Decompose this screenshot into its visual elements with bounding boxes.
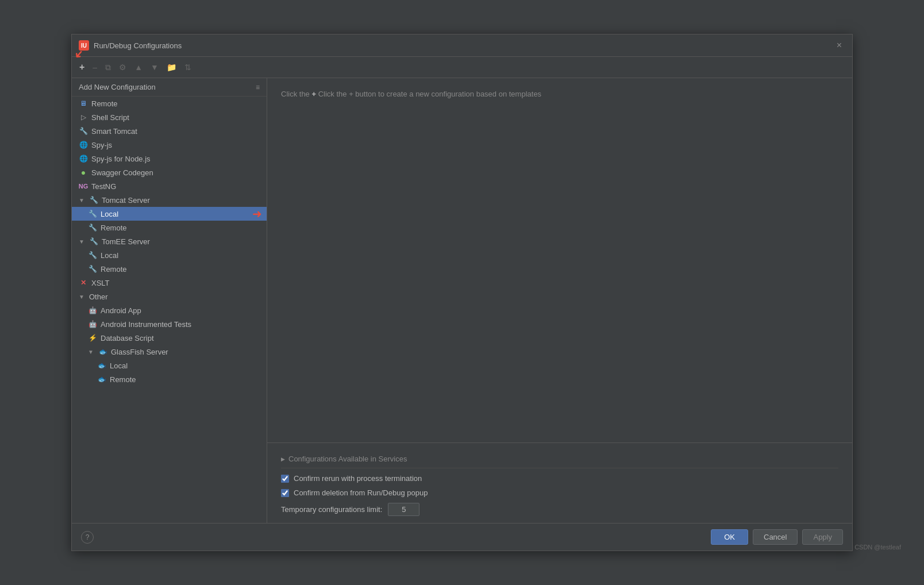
tree-item-label: Spy-js for Node.js (91, 155, 151, 163)
title-bar-left: IU Run/Debug Configurations (79, 40, 182, 51)
database-script-icon: ⚡ (88, 333, 97, 342)
tomcat-expand-icon: ▼ (79, 197, 86, 203)
sort-button[interactable]: ⇅ (182, 61, 194, 74)
tree-item-android-app[interactable]: 🤖 Android App (72, 303, 267, 317)
tree-item-testng[interactable]: NG TestNG (72, 179, 267, 193)
left-panel: Add New Configuration ≡ 🖥 Remote ▷ Shell… (72, 78, 267, 523)
dialog-footer: ? OK Cancel Apply (72, 523, 852, 551)
glassfish-local-icon: 🐟 (97, 361, 106, 370)
close-button[interactable]: × (833, 39, 845, 52)
temp-limit-label: Temporary configurations limit: (281, 505, 382, 514)
tomee-remote-icon: 🔧 (88, 264, 97, 274)
confirm-deletion-checkbox[interactable] (281, 489, 289, 497)
tree-item-xslt[interactable]: ✕ XSLT (72, 276, 267, 290)
app-icon: IU (79, 40, 89, 51)
right-panel: Click the + Click the + button to create… (267, 78, 852, 523)
tree-item-spy-js-node[interactable]: 🌐 Spy-js for Node.js (72, 152, 267, 166)
services-label: Configurations Available in Services (288, 455, 407, 463)
confirm-rerun-label: Confirm rerun with process termination (294, 474, 422, 483)
folder-button[interactable]: 📁 (164, 61, 179, 74)
tomee-expand-icon: ▼ (79, 238, 86, 245)
tomcat-server-icon: 🔧 (89, 195, 98, 205)
tree-item-other-group[interactable]: ▼ Other (72, 290, 267, 303)
tree-item-swagger[interactable]: ● Swagger Codegen (72, 166, 267, 179)
hint-text: Click the + Click the + button to create… (281, 90, 838, 98)
spy-js-node-icon: 🌐 (79, 154, 88, 163)
help-button[interactable]: ? (81, 531, 94, 544)
copy-configuration-button[interactable]: ⧉ (102, 61, 114, 74)
right-main-content: Click the + Click the + button to create… (267, 78, 852, 442)
config-limit-row: Temporary configurations limit: (281, 503, 838, 516)
android-inst-icon: 🤖 (88, 320, 97, 329)
confirm-rerun-checkbox[interactable] (281, 475, 289, 483)
tomcat-remote-icon: 🔧 (88, 223, 97, 232)
confirm-deletion-row: Confirm deletion from Run/Debug popup (281, 488, 838, 497)
tree-item-label: Swagger Codegen (91, 168, 153, 177)
tree-item-label: Smart Tomcat (91, 127, 137, 136)
cancel-button[interactable]: Cancel (753, 529, 798, 545)
tree-item-glassfish-remote[interactable]: 🐟 Remote (72, 372, 267, 386)
testng-icon: NG (79, 182, 88, 191)
confirm-rerun-row: Confirm rerun with process termination (281, 474, 838, 483)
tree-item-label: Remote (110, 375, 136, 384)
tree-item-glassfish-group[interactable]: ▼ 🐟 GlassFish Server (72, 345, 267, 359)
xslt-icon: ✕ (79, 278, 88, 287)
tree-item-label: Android Instrumented Tests (101, 320, 191, 329)
tree-item-tomee-remote[interactable]: 🔧 Remote (72, 262, 267, 276)
tree-item-smart-tomcat[interactable]: 🔧 Smart Tomcat (72, 124, 267, 138)
hint-plus-symbol: + (311, 90, 316, 98)
tree-item-android-instrumented[interactable]: 🤖 Android Instrumented Tests (72, 317, 267, 331)
remote-icon: 🖥 (79, 99, 88, 108)
tree-item-shell-script[interactable]: ▷ Shell Script (72, 110, 267, 124)
glassfish-icon: 🐟 (98, 347, 107, 356)
panel-settings-icon[interactable]: ≡ (256, 83, 260, 91)
tree-item-glassfish-local[interactable]: 🐟 Local (72, 359, 267, 372)
tree-item-label: Local (101, 210, 118, 218)
swagger-icon: ● (79, 168, 88, 177)
move-up-button[interactable]: ▲ (132, 61, 145, 74)
glassfish-expand-icon: ▼ (88, 349, 95, 355)
tree-item-label: Local (101, 251, 118, 260)
tree-item-label: Other (89, 292, 108, 301)
tree-item-label: Tomcat Server (102, 196, 150, 205)
tree-item-database-script[interactable]: ⚡ Database Script (72, 331, 267, 345)
title-bar: IU Run/Debug Configurations × (72, 34, 852, 57)
dialog-title: Run/Debug Configurations (94, 41, 182, 50)
tree-item-label: Shell Script (91, 113, 129, 122)
tomee-local-icon: 🔧 (88, 251, 97, 260)
main-content: Add New Configuration ≡ 🖥 Remote ▷ Shell… (72, 78, 852, 523)
apply-button[interactable]: Apply (802, 529, 843, 545)
remove-configuration-button[interactable]: – (90, 61, 100, 74)
smart-tomcat-icon: 🔧 (79, 126, 88, 136)
toolbar: ➜ + – ⧉ ⚙ ▲ ▼ 📁 ⇅ (72, 57, 852, 78)
tree-item-label: Android App (101, 306, 141, 315)
tree-item-remote1[interactable]: 🖥 Remote (72, 97, 267, 110)
tree-item-tomcat-local[interactable]: 🔧 Local ➜ (72, 207, 267, 221)
run-debug-dialog: IU Run/Debug Configurations × ➜ + – ⧉ ⚙ … (71, 34, 853, 551)
tree-item-label: Remote (101, 224, 127, 232)
move-down-button[interactable]: ▼ (148, 61, 161, 74)
tree-item-tomee-server-group[interactable]: ▼ 🔧 TomEE Server (72, 234, 267, 248)
shell-script-icon: ▷ (79, 113, 88, 122)
footer-right: OK Cancel Apply (711, 529, 843, 545)
glassfish-remote-icon: 🐟 (97, 375, 106, 384)
confirm-deletion-label: Confirm deletion from Run/Debug popup (294, 488, 428, 497)
temp-limit-input[interactable] (388, 503, 419, 516)
tree-item-tomcat-remote[interactable]: 🔧 Remote (72, 221, 267, 234)
tree-item-tomee-local[interactable]: 🔧 Local (72, 248, 267, 262)
tree-item-label: XSLT (91, 279, 110, 287)
tomee-server-icon: 🔧 (89, 237, 98, 246)
tree-item-label: Remote (101, 265, 127, 274)
tree-item-spy-js[interactable]: 🌐 Spy-js (72, 138, 267, 152)
services-expand-icon: ▶ (281, 456, 285, 462)
add-new-configuration-label: Add New Configuration (79, 83, 156, 91)
tree-item-label: Remote (91, 99, 118, 108)
other-expand-icon: ▼ (79, 294, 86, 300)
settings-button[interactable]: ⚙ (116, 61, 129, 74)
add-configuration-button[interactable]: + (76, 60, 87, 74)
right-bottom-panel: ▶ Configurations Available in Services C… (267, 442, 852, 523)
tree-item-tomcat-server-group[interactable]: ▼ 🔧 Tomcat Server (72, 193, 267, 207)
services-section[interactable]: ▶ Configurations Available in Services (281, 450, 838, 468)
tomcat-local-icon: 🔧 (88, 209, 97, 218)
ok-button[interactable]: OK (711, 529, 748, 545)
